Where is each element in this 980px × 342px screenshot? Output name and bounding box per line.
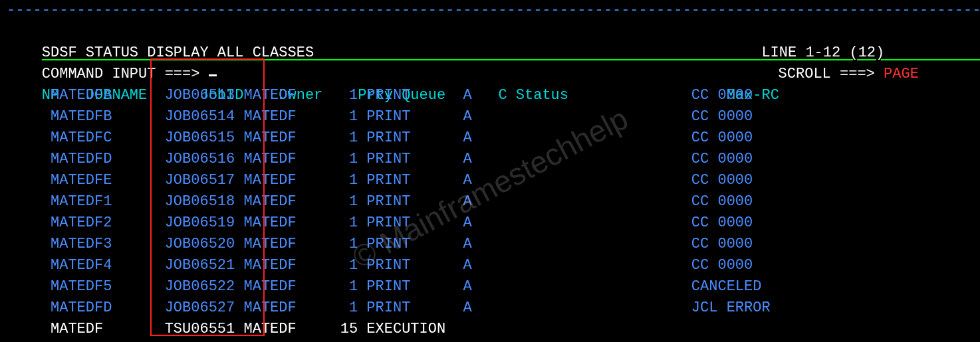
cell-status [481,278,691,295]
cell-prty: 1 [322,129,366,146]
cell-maxrc: CC 0000 [691,87,779,104]
table-row[interactable]: MATEDF2 JOB06519 MATEDF 1 PRINT A CC 000… [7,213,980,234]
cell-c: A [463,236,481,252]
cell-jobid: JOB06518 [165,193,244,210]
cell-jobid: JOB06522 [165,278,244,295]
cell-c: A [463,108,481,125]
cell-maxrc: CC 0000 [691,129,779,146]
cell-prty: 15 [322,321,366,337]
cell-c: A [463,193,481,210]
cell-owner: MATEDF [243,129,322,146]
table-row[interactable]: MATEDF4 JOB06521 MATEDF 1 PRINT A CC 000… [7,255,980,276]
table-row[interactable]: MATEDFD JOB06516 MATEDF 1 PRINT A CC 000… [7,149,980,170]
table-row[interactable]: MATEDF5 JOB06522 MATEDF 1 PRINT A CANCEL… [7,276,980,298]
scroll-label: SCROLL ===> [779,66,875,82]
cell-jobid: JOB06516 [165,151,244,167]
cell-jobid: JOB06517 [165,172,244,189]
cell-prty: 1 [322,172,366,189]
status-title-left: SDSF STATUS DISPLAY ALL CLASSES [42,44,314,61]
cell-c: A [463,87,481,104]
cell-np[interactable] [7,321,51,337]
table-row[interactable]: MATEDF3 JOB06520 MATEDF 1 PRINT A CC 000… [7,234,980,255]
cell-owner: MATEDF [243,299,322,316]
cell-status [481,129,691,146]
cell-c: A [463,129,481,146]
divider-line: ----------------------------------------… [7,0,980,21]
cell-jobname: MATEDFB [51,108,165,125]
cell-maxrc: CC 0000 [691,151,779,167]
cell-queue: PRINT [366,108,463,125]
cell-maxrc: CANCELED [691,278,779,295]
cell-jobname: MATEDFE [51,172,165,189]
cell-np[interactable] [7,193,51,210]
cell-queue: PRINT [366,172,463,189]
cell-owner: MATEDF [243,87,322,104]
scroll-value[interactable]: PAGE [884,66,919,82]
cell-np[interactable] [7,214,51,231]
cell-status [481,172,691,189]
cell-status [481,108,691,125]
cell-jobname: MATEDF4 [51,257,165,274]
cell-status [481,87,691,104]
cell-np[interactable] [7,151,51,167]
cell-queue: PRINT [366,299,463,316]
cell-queue: PRINT [366,87,463,104]
cell-status [481,151,691,167]
cell-jobname: MATEDFD [51,299,165,316]
cell-status [481,299,691,316]
table-row[interactable]: MATEDFE JOB06517 MATEDF 1 PRINT A CC 000… [7,170,980,191]
table-row[interactable]: MATEDFD JOB06527 MATEDF 1 PRINT A JCL ER… [7,298,980,319]
cell-owner: MATEDF [243,321,322,337]
cell-jobname: MATEDF5 [51,278,165,295]
cell-owner: MATEDF [243,151,322,167]
cell-queue: PRINT [366,151,463,167]
cell-c: A [463,172,481,189]
cell-prty: 1 [322,214,366,231]
cell-np[interactable] [7,129,51,146]
cursor-icon [209,74,217,76]
cell-queue: PRINT [366,257,463,274]
command-input[interactable] [199,66,208,82]
table-row[interactable]: MATEDFC JOB06515 MATEDF 1 PRINT A CC 000… [7,128,980,149]
cell-status [481,193,691,210]
cell-prty: 1 [322,108,366,125]
table-row[interactable]: MATEDF TSU06551 MATEDF 15 EXECUTION [7,319,980,340]
cell-queue: PRINT [366,214,463,231]
cell-jobname: MATEDF2 [51,214,165,231]
cell-jobid: TSU06551 [165,321,244,337]
cell-owner: MATEDF [243,214,322,231]
cell-np[interactable] [7,108,51,125]
cell-jobid: JOB06514 [165,108,244,125]
cell-prty: 1 [322,87,366,104]
cell-prty: 1 [322,193,366,210]
cell-maxrc: CC 0000 [691,236,779,252]
cell-maxrc: CC 0000 [691,172,779,189]
cell-prty: 1 [322,151,366,167]
cell-status [481,257,691,274]
cell-c: A [463,214,481,231]
cell-np[interactable] [7,236,51,252]
cell-jobname: MATEDFC [51,129,165,146]
table-row[interactable]: MATEDF1 JOB06518 MATEDF 1 PRINT A CC 000… [7,191,980,213]
cell-jobname: MATEDF [51,321,165,337]
cell-c [463,321,481,337]
cell-jobname: MATEDF3 [51,236,165,252]
status-title-row: SDSF STATUS DISPLAY ALL CLASSES LINE 1-1… [7,21,980,43]
cell-c: A [463,151,481,167]
cell-np[interactable] [7,87,51,104]
cell-owner: MATEDF [243,193,322,210]
cell-jobid: JOB06519 [165,214,244,231]
cell-c: A [463,299,481,316]
cell-np[interactable] [7,299,51,316]
table-row[interactable]: MATEDFA JOB06513 MATEDF 1 PRINT A CC 000… [7,85,980,106]
cell-owner: MATEDF [243,236,322,252]
cell-jobname: MATEDFD [51,151,165,167]
cell-np[interactable] [7,172,51,189]
cell-prty: 1 [322,257,366,274]
cell-np[interactable] [7,257,51,274]
cell-maxrc [691,321,779,337]
cell-owner: MATEDF [243,172,322,189]
table-row[interactable]: MATEDFB JOB06514 MATEDF 1 PRINT A CC 000… [7,106,980,128]
cell-maxrc: CC 0000 [691,193,779,210]
cell-np[interactable] [7,278,51,295]
